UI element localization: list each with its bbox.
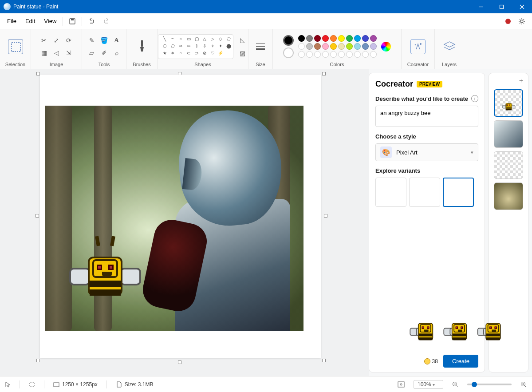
color-swatch[interactable] [362,43,369,50]
shapes-gallery[interactable]: ╲~○▭▢△▷◇⬠ ⬡⬠⇨⇦⇧⇩✧✦⬤ ★✶○⊂⊃⊘♡⚡ [158,34,233,59]
color-swatch[interactable] [298,43,305,50]
fill-tool-icon[interactable]: 🪣 [99,35,110,46]
file-size: Size: 3.1MB [125,381,154,388]
undo-icon[interactable] [85,15,98,28]
variant-thumb[interactable] [443,178,474,207]
color-swatch[interactable] [322,35,329,42]
edit-colors-icon[interactable] [381,42,391,51]
color-swatch[interactable] [306,35,313,42]
color-swatch[interactable] [338,43,345,50]
color-swatch-empty[interactable] [370,51,377,58]
color-swatch-empty[interactable] [314,51,321,58]
text-tool-icon[interactable]: A [111,35,122,46]
svg-rect-15 [12,43,20,51]
credits-count: 38 [424,358,438,364]
size-selector[interactable] [252,39,269,54]
resize-handle[interactable] [178,360,181,364]
selection-tool[interactable] [5,37,26,56]
coin-icon [424,358,430,364]
close-button[interactable] [512,0,532,13]
color-swatch-empty[interactable] [362,51,369,58]
eyedropper-tool-icon[interactable]: ✐ [99,47,110,59]
color-swatch[interactable] [346,43,353,50]
rotate-icon[interactable]: ⟳ [63,35,75,46]
layer-thumb[interactable] [494,182,523,210]
zoom-in-button[interactable] [520,381,527,388]
crop-icon[interactable]: ✂ [38,35,50,46]
layer-thumb[interactable] [494,151,523,179]
color-swatch[interactable] [354,35,361,42]
save-icon[interactable] [66,15,79,28]
zoom-slider[interactable] [467,384,512,385]
color-swatch-empty[interactable] [306,51,313,58]
color-swatch[interactable] [370,35,377,42]
svg-rect-21 [30,382,34,387]
resize-handle[interactable] [36,72,40,75]
color-secondary[interactable] [283,48,294,58]
color-swatch[interactable] [298,35,305,42]
resize-handle[interactable] [324,214,327,218]
info-icon[interactable]: i [471,95,478,102]
maximize-button[interactable] [491,0,512,13]
variant-thumb[interactable] [409,178,440,207]
cocreator-button[interactable] [408,37,428,56]
fit-screen-icon[interactable] [398,381,405,388]
color-swatch[interactable] [314,43,321,50]
magnifier-tool-icon[interactable]: ⌕ [111,47,122,59]
resize-handle[interactable] [35,214,39,218]
color-swatch[interactable] [354,43,361,50]
color-swatch[interactable] [346,35,353,42]
eraser-tool-icon[interactable]: ▱ [86,47,98,59]
color-swatch-empty[interactable] [298,51,305,58]
shape-outline-icon[interactable]: ◺ [237,35,248,45]
color-swatch-empty[interactable] [330,51,337,58]
color-swatch[interactable] [322,43,329,50]
shape-fill-icon[interactable]: ▨ [237,48,248,59]
canvas-area[interactable] [0,69,369,376]
canvas[interactable] [40,75,321,358]
style-select[interactable]: 🎨 Pixel Art ▾ [375,143,478,161]
add-layer-button[interactable]: ＋ [516,76,525,85]
color-swatch-empty[interactable] [346,51,353,58]
group-label-brushes: Brushes [133,62,150,67]
color-primary[interactable] [283,35,294,46]
create-button[interactable]: Create [443,355,478,368]
group-label-colors: Colors [330,62,344,67]
resize-icon[interactable]: ⤢ [51,35,62,46]
menu-file[interactable]: File [3,15,21,27]
resize-handle[interactable] [36,359,40,362]
style-label: Choose a style [375,133,478,140]
flip-icon[interactable]: ▦ [38,47,50,59]
brush-tool[interactable] [133,37,151,56]
prompt-input[interactable]: an angry buzzy bee [375,106,478,127]
layers-button[interactable] [439,37,460,56]
color-swatch[interactable] [362,35,369,42]
redo-icon[interactable] [100,15,113,28]
variant-thumb[interactable] [375,178,406,207]
skew-icon[interactable]: ◁ [51,47,62,59]
zoom-out-button[interactable] [452,381,458,388]
color-swatch-empty[interactable] [322,51,329,58]
resize-handle[interactable] [322,359,326,362]
minimize-button[interactable] [471,0,491,13]
color-swatch[interactable] [314,35,321,42]
import-icon[interactable]: ⇲ [63,47,75,59]
color-swatch[interactable] [370,43,377,50]
color-swatch[interactable] [330,43,337,50]
layer-thumb[interactable] [494,89,523,117]
color-swatch[interactable] [338,35,345,42]
zoom-select[interactable]: 100% ▾ [414,380,443,389]
layer-thumb[interactable] [494,120,523,148]
settings-icon[interactable] [515,15,528,28]
color-swatches [298,35,377,58]
color-swatch-empty[interactable] [338,51,345,58]
svg-line-31 [525,385,527,387]
color-swatch[interactable] [306,43,313,50]
group-label-size: Size [256,62,265,67]
color-swatch-empty[interactable] [354,51,361,58]
menu-edit[interactable]: Edit [21,15,39,27]
menu-view[interactable]: View [39,15,61,27]
resize-handle[interactable] [322,72,326,75]
pencil-tool-icon[interactable]: ✎ [86,35,98,46]
color-swatch[interactable] [330,35,337,42]
